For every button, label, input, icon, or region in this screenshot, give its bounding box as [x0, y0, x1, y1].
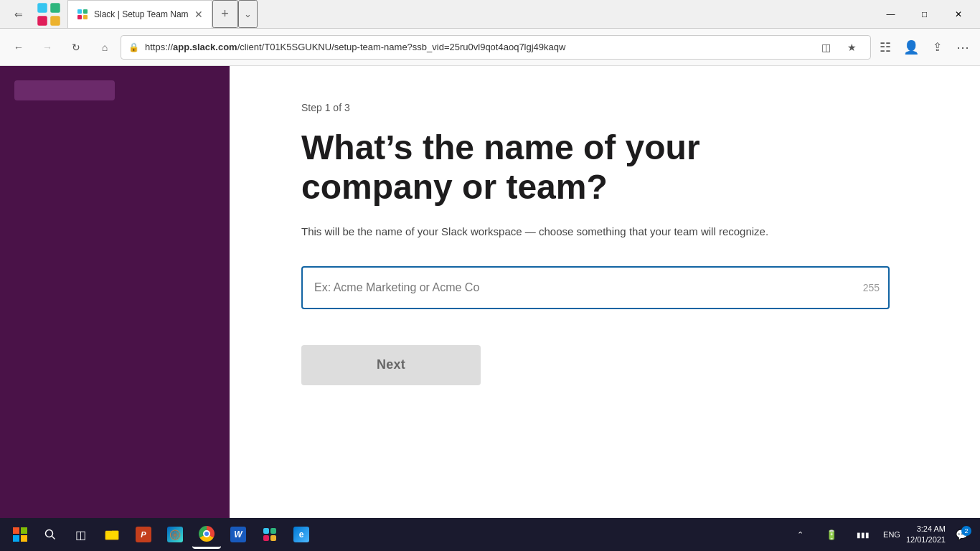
browser-nav-controls: ⇐: [6, 1, 62, 27]
start-button[interactable]: [6, 520, 34, 549]
svg-line-13: [52, 537, 55, 540]
page-layout: Step 1 of 3 What’s the name of your comp…: [0, 66, 980, 518]
taskbar-word[interactable]: W: [224, 520, 253, 549]
taskbar-chrome[interactable]: [192, 520, 221, 549]
svg-rect-18: [270, 535, 276, 541]
svg-rect-15: [263, 528, 269, 534]
svg-rect-2: [37, 16, 47, 26]
taskbar-slack[interactable]: [255, 520, 284, 549]
svg-rect-5: [83, 9, 88, 14]
forward-btn[interactable]: →: [34, 34, 60, 60]
taskbar-store[interactable]: 🛞: [161, 520, 189, 549]
taskbar-powerpoint[interactable]: P: [129, 520, 158, 549]
home-btn[interactable]: ⌂: [92, 34, 118, 60]
new-tab-btn[interactable]: +: [212, 0, 238, 28]
share-btn[interactable]: ⇪: [925, 36, 948, 59]
window-controls: — □ ✕: [875, 0, 974, 29]
tab-close-btn[interactable]: ✕: [194, 9, 203, 20]
svg-rect-9: [21, 527, 27, 534]
tray-keyboard[interactable]: ▮▮▮: [849, 520, 877, 549]
close-btn[interactable]: ✕: [942, 0, 974, 29]
task-view-btn[interactable]: ◫: [66, 520, 95, 549]
taskbar: ◫ P 🛞 W e ⌃ 🔋 ▮▮▮ ENG: [0, 518, 980, 551]
minimize-btn[interactable]: —: [875, 0, 907, 29]
tray-battery[interactable]: 🔋: [817, 520, 846, 549]
refresh-btn[interactable]: ↻: [63, 34, 89, 60]
tab-title: Slack | Setup Team Nam: [94, 9, 189, 19]
svg-rect-1: [50, 3, 60, 13]
svg-rect-3: [50, 16, 60, 26]
char-counter: 255: [863, 282, 880, 293]
step-label: Step 1 of 3: [301, 102, 937, 113]
taskbar-edge[interactable]: e: [287, 520, 316, 549]
svg-rect-7: [83, 15, 88, 19]
taskbar-search[interactable]: [37, 522, 63, 547]
svg-rect-10: [13, 535, 19, 542]
heading-line1: What’s the name of your: [301, 128, 700, 166]
maximize-btn[interactable]: □: [908, 0, 941, 29]
svg-rect-0: [37, 3, 47, 13]
active-tab[interactable]: Slack | Setup Team Nam ✕: [67, 0, 212, 28]
main-heading: What’s the name of your company or team?: [301, 128, 839, 207]
taskbar-explorer[interactable]: [98, 520, 126, 549]
profile-btn[interactable]: 👤: [900, 36, 923, 59]
main-content: Step 1 of 3 What’s the name of your comp…: [230, 66, 980, 518]
company-name-input[interactable]: [301, 266, 890, 309]
svg-rect-4: [77, 9, 82, 14]
browser-icon: [36, 1, 62, 27]
tab-favicon: [77, 9, 88, 20]
more-btn[interactable]: ⋯: [951, 36, 974, 59]
prev-tab-btn[interactable]: ⇐: [6, 1, 32, 27]
heading-line2: company or team?: [301, 168, 608, 206]
svg-rect-17: [263, 535, 269, 541]
svg-rect-16: [270, 528, 276, 534]
back-btn[interactable]: ←: [6, 34, 32, 60]
collections-btn[interactable]: ☷: [874, 36, 897, 59]
sidebar-logo: [14, 80, 115, 100]
sidebar: [0, 66, 230, 518]
company-input-wrapper: 255: [301, 266, 890, 309]
url-bar[interactable]: 🔒 https://app.slack.com/client/T01K5SGUK…: [121, 35, 871, 60]
svg-rect-8: [13, 527, 19, 534]
url-actions: ◫ ★: [814, 36, 863, 59]
titlebar: ⇐ Slack | Setup Team Nam ✕ +: [0, 0, 980, 29]
split-view-btn[interactable]: ◫: [814, 36, 837, 59]
svg-point-12: [46, 530, 53, 537]
addressbar: ← → ↻ ⌂ 🔒 https://app.slack.com/client/T…: [0, 29, 980, 66]
favorite-btn[interactable]: ★: [840, 36, 863, 59]
main-description: This will be the name of your Slack work…: [301, 224, 861, 240]
url-text: https://app.slack.com/client/T01K5SGUKNU…: [145, 42, 809, 52]
taskbar-time-value: 3:24 AM: [906, 524, 946, 534]
tab-dropdown-btn[interactable]: ⌄: [238, 0, 258, 28]
notification-btn[interactable]: 💬 2: [948, 522, 974, 547]
browser-icon-btn[interactable]: [36, 1, 62, 27]
system-tray: ⌃ 🔋 ▮▮▮ ENG: [786, 520, 903, 549]
taskbar-clock[interactable]: 3:24 AM 12/01/2021: [906, 524, 946, 546]
taskbar-date-value: 12/01/2021: [906, 534, 946, 545]
tray-chevron[interactable]: ⌃: [786, 520, 814, 549]
next-button[interactable]: Next: [301, 345, 481, 385]
notification-badge: 2: [961, 526, 971, 536]
lock-icon: 🔒: [128, 42, 139, 52]
svg-rect-6: [77, 15, 82, 19]
tray-lang: ENG: [880, 530, 903, 539]
tab-bar: Slack | Setup Team Nam ✕ + ⌄: [67, 0, 869, 28]
svg-rect-11: [21, 535, 27, 542]
